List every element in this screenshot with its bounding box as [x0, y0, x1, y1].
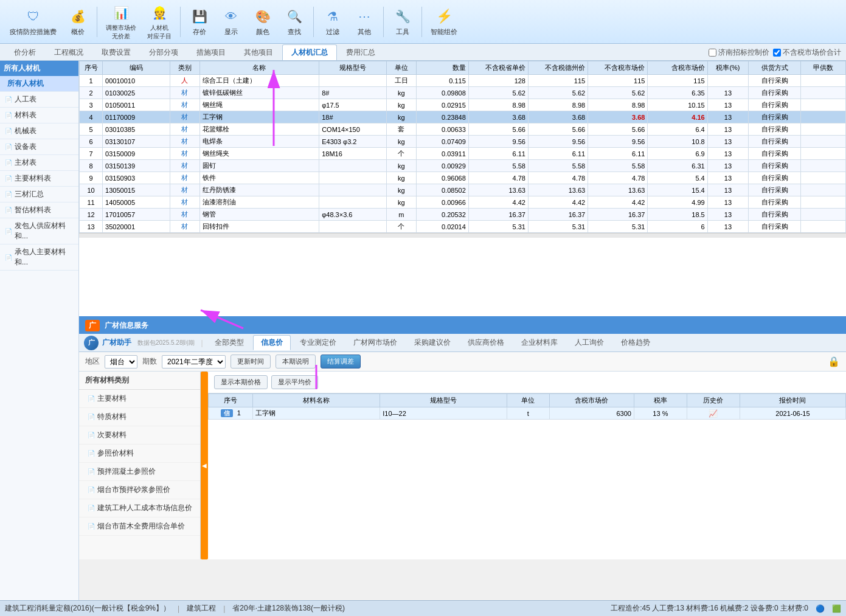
cell-supply: 自行采购	[749, 99, 801, 111]
toolbar-smart-price[interactable]: ⚡ 智能组价	[426, 4, 462, 39]
sidebar-item-contractor-main[interactable]: 📄 承包人主要材料和...	[0, 244, 78, 271]
toolbar-tools[interactable]: 🔧 工具	[387, 4, 418, 39]
table-row[interactable]: 5 03010385 材 花篮螺栓 COM14×150 套 0.00633 5.…	[80, 123, 846, 136]
table-row[interactable]: 10 13050015 材 红丹防锈漆 kg 0.08502 13.63 13.…	[80, 184, 846, 196]
table-row[interactable]: 7 03150009 材 钢丝绳夹 18M16 个 0.03911 6.11 6…	[80, 148, 846, 160]
table-row[interactable]: 1 00010010 人 综合工日（土建） 工日 0.115 128 115 1…	[80, 75, 846, 87]
category-item-premix-mortar[interactable]: 📄 烟台市预拌砂浆参照价	[79, 481, 200, 499]
tab-measures[interactable]: 措施项目	[187, 44, 235, 60]
cell-qty: 0.00633	[416, 123, 468, 136]
sidebar-item-machine[interactable]: 📄 机械表	[0, 123, 78, 139]
sidebar-item-three-summary-label: 三材汇总	[15, 189, 44, 199]
update-time-button[interactable]: 更新时间	[231, 355, 271, 369]
show-avg-button[interactable]: 显示平均价	[271, 375, 318, 389]
sidebar-item-supplier-supply[interactable]: 📄 发包人供应材料和...	[0, 218, 78, 244]
tab-labor-machine[interactable]: 人材机汇总	[282, 44, 337, 60]
cell-unit: kg	[386, 184, 416, 196]
toolbar-labor-machine[interactable]: 👷 人材机对应子目	[142, 1, 176, 43]
table-row[interactable]: 3 01050011 材 钢丝绳 φ17.5 kg 0.02915 8.98 8…	[80, 99, 846, 111]
table-row[interactable]: 12 17010057 材 钢管 φ48.3×3.6 m 0.20532 16.…	[80, 209, 846, 221]
info-table: 序号 材料名称 规格型号 单位 含税市场价 税率 历史价 报价时间	[208, 393, 846, 420]
sidebar-item-material[interactable]: 📄 材料表	[0, 108, 78, 123]
tab-other-items[interactable]: 其他项目	[235, 44, 282, 60]
cell-qty: 0.96068	[416, 172, 468, 184]
tab-project-overview[interactable]: 工程概况	[45, 44, 92, 60]
category-item-special[interactable]: 📄 特质材料	[79, 408, 200, 426]
lock-icon[interactable]: 🔒	[828, 356, 840, 367]
toolbar-other[interactable]: ⋯ 其他	[349, 4, 380, 39]
bottom-tab-all-types[interactable]: 全部类型	[207, 335, 252, 350]
cell-bid	[801, 111, 846, 123]
main-container: 所有人材机 所有人材机 📄 人工表 📄 材料表 📄 机械表 📄 设备表 📄 主材…	[0, 61, 846, 600]
period-desc-button[interactable]: 本期说明	[276, 355, 316, 369]
cell-type: 材	[170, 184, 199, 196]
adjust-button[interactable]: 结算调差	[321, 355, 361, 369]
trend-icon[interactable]: 📈	[709, 409, 718, 418]
status-icon2[interactable]: 🟩	[832, 604, 841, 613]
region-select[interactable]: 烟台	[105, 355, 137, 369]
tab-cost-analysis[interactable]: 价分析	[5, 44, 45, 60]
bottom-tab-purchase-advice[interactable]: 采购建议价	[406, 335, 459, 350]
jinan-checkbox[interactable]	[709, 49, 716, 57]
hscroll-bar[interactable]	[79, 233, 846, 238]
main-table-area[interactable]: 序号 编码 类别 名称 规格型号 单位 数量 不含税省单价 不含税德州价 不含税…	[79, 61, 846, 316]
category-item-premix-concrete[interactable]: 📄 预拌混凝土参照价	[79, 463, 200, 481]
show-period-button[interactable]: 显示本期价格	[214, 375, 268, 389]
cell-dezhou-price: 115	[528, 75, 588, 87]
cell-code: 03010385	[103, 123, 170, 136]
table-row[interactable]: 4 01170009 材 工字钢 18# kg 0.23848 3.68 3.6…	[80, 111, 846, 123]
toolbar-sep-2	[180, 7, 181, 37]
cell-type: 人	[170, 75, 199, 87]
info-cell-trend[interactable]: 📈	[687, 407, 740, 420]
table-row[interactable]: 2 01030025 材 镀锌低碳钢丝 8# kg 0.09808 5.62 5…	[80, 87, 846, 99]
toolbar-display[interactable]: 👁 显示	[216, 4, 246, 39]
tab-cost-summary[interactable]: 费用汇总	[337, 44, 384, 60]
bottom-tab-guangcai-market[interactable]: 广材网市场价	[345, 335, 405, 350]
status-icon1[interactable]: 🔵	[816, 604, 825, 613]
tab-sub-division[interactable]: 分部分项	[140, 44, 187, 60]
bottom-tab-price-trend[interactable]: 价格趋势	[613, 335, 658, 350]
bottom-tab-labor-inquiry[interactable]: 人工询价	[567, 335, 612, 350]
sidebar-item-major-material[interactable]: 📄 主要材料表	[0, 171, 78, 187]
excl-market-checkbox-label[interactable]: 不含税市场价合计	[773, 47, 841, 58]
table-row[interactable]: 13 35020001 材 回转扣件 个 0.02014 5.31 5.31 5…	[80, 221, 846, 233]
info-table-row[interactable]: 信 1 工字钢 I10—22 t 6300 13 % 📈 2021-06-15	[209, 407, 846, 420]
bottom-tab-enterprise-material[interactable]: 企业材料库	[513, 335, 566, 350]
sidebar-item-estimate[interactable]: 📄 暂估材料表	[0, 202, 78, 218]
toolbar-color[interactable]: 🎨 颜色	[248, 4, 278, 39]
sidebar-item-labor[interactable]: 📄 人工表	[0, 92, 78, 108]
cell-num: 5	[80, 123, 103, 136]
category-item-secondary[interactable]: 📄 次要材料	[79, 426, 200, 445]
category-item-reference[interactable]: 📄 参照价材料	[79, 445, 200, 463]
category-item-seedling[interactable]: 📄 烟台市苗木全费用综合单价	[79, 517, 200, 536]
info-table-area[interactable]: 序号 材料名称 规格型号 单位 含税市场价 税率 历史价 报价时间	[208, 393, 846, 559]
category-item-main[interactable]: 📄 主要材料	[79, 390, 200, 408]
table-row[interactable]: 11 14050005 材 油漆溶剂油 kg 0.00966 4.42 4.42…	[80, 196, 846, 209]
table-row[interactable]: 9 03150903 材 铁件 kg 0.96068 4.78 4.78 4.7…	[80, 172, 846, 184]
toolbar-stock[interactable]: 💾 存价	[184, 4, 215, 39]
info-cell-incl-price: 6300	[549, 407, 634, 420]
toolbar-price[interactable]: 💰 概价	[63, 4, 93, 39]
toolbar-epidemic[interactable]: 🛡 疫情防控措施费	[5, 4, 61, 39]
toolbar-adjust-market[interactable]: 📊 调整市场价无价差	[101, 1, 141, 43]
toolbar-sep-1	[97, 7, 97, 37]
toolbar-filter[interactable]: ⚗ 过滤	[317, 4, 348, 39]
cell-incl-market: 5.4	[648, 172, 707, 184]
tab-fee-setting[interactable]: 取费设置	[92, 44, 140, 60]
sidebar-item-equipment[interactable]: 📄 设备表	[0, 139, 78, 155]
toolbar-find[interactable]: 🔍 查找	[279, 4, 310, 39]
category-item-construction-labor[interactable]: 📄 建筑工种人工成本市场信息价	[79, 499, 200, 517]
table-row[interactable]: 8 03150139 材 圆钉 kg 0.00929 5.58 5.58 5.5…	[80, 160, 846, 172]
bottom-tab-pro-assessment[interactable]: 专业测定价	[292, 335, 344, 350]
bottom-tab-info-price[interactable]: 信息价	[253, 335, 291, 350]
sidebar-item-all[interactable]: 所有人材机	[0, 76, 78, 92]
bottom-tab-supplier-price[interactable]: 供应商价格	[460, 335, 512, 350]
sidebar-item-main-material[interactable]: 📄 主材表	[0, 155, 78, 171]
excl-market-checkbox[interactable]	[773, 49, 781, 57]
jinan-checkbox-label[interactable]: 济南招标控制价	[709, 47, 769, 58]
table-row[interactable]: 6 03130107 材 电焊条 E4303 φ3.2 kg 0.07409 9…	[80, 136, 846, 148]
collapse-handle[interactable]: ◀	[201, 372, 208, 559]
cell-num: 3	[80, 99, 103, 111]
period-select[interactable]: 2021年二季度	[162, 355, 226, 369]
sidebar-item-three-summary[interactable]: 📄 三材汇总	[0, 187, 78, 202]
